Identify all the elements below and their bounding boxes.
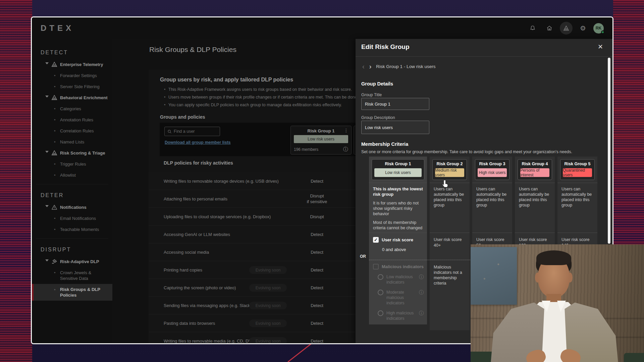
radio-icon[interactable] — [378, 310, 383, 316]
risk-group-5-header-card[interactable]: Risk Group 5 Quarantined users — [560, 159, 595, 180]
diagonal-stripes-icon — [51, 259, 57, 264]
sidebar-item-risk-scoring-triage[interactable]: Risk Scoring & Triage — [32, 147, 112, 159]
risk-group-1-header-card[interactable]: Risk Group 1 Low risk users — [372, 159, 424, 180]
risk-level-pill: Quarantined users — [563, 168, 592, 177]
risk-group-card-1[interactable]: Risk Group 1 ⋮ Low risk users 196 member… — [290, 126, 352, 155]
sidebar-item-allowlist[interactable]: Allowlist — [32, 170, 112, 181]
sidebar-item-enterprise-telemetry[interactable]: Enterprise Telemetry — [32, 59, 112, 70]
policy-action-group1[interactable]: Disruptif sensitive — [295, 190, 339, 207]
sidebar-item-categories[interactable]: Categories — [32, 103, 112, 114]
dlp-policies-heading: DLP policies for risky activities — [164, 160, 233, 166]
policy-action-group1[interactable]: Detect — [295, 261, 339, 279]
find-user-search[interactable] — [164, 127, 220, 136]
sidebar-section-detect: DETECT — [32, 45, 112, 59]
membership-criteria-subtitle: Set one or more criteria for group membe… — [361, 149, 596, 154]
sidebar-item-crown-jewels[interactable]: Crown Jewels & Sensitive Data — [32, 267, 112, 284]
policy-action-group1[interactable]: Disrupt — [295, 208, 339, 225]
chevron-right-icon[interactable]: › — [369, 63, 372, 70]
group2-score-criterion: User risk score 40+ — [430, 233, 470, 260]
membership-criteria-heading: Membership Criteria — [361, 141, 408, 147]
sidebar-item-server-side-filtering[interactable]: Server Side Filtering — [32, 81, 112, 92]
user-risk-score-checkbox[interactable]: ✓ — [373, 237, 379, 243]
user-risk-score-label: User risk score — [382, 237, 413, 243]
risk-group-2-header-card[interactable]: Risk Group 2 Medium risk users — [432, 159, 467, 180]
close-icon[interactable]: ✕ — [598, 43, 603, 51]
sidebar-item-annotation-rules[interactable]: Annotation Rules — [32, 114, 112, 125]
group-description-label: Group Description — [361, 115, 395, 120]
search-input[interactable] — [174, 129, 217, 134]
sidebar-item-risk-groups-dlp-policies[interactable]: Risk Groups & DLP Policies — [32, 284, 112, 301]
group4-description: Users can automatically be placed into t… — [515, 183, 555, 233]
collapse-caret-icon[interactable] — [45, 62, 49, 64]
policy-name: Uploading files to cloud storage service… — [164, 208, 271, 225]
sidebar-item-notifications[interactable]: Notifications — [32, 202, 112, 213]
sidebar-item-correlation-rules[interactable]: Correlation Rules — [32, 125, 112, 136]
sidebar-item-risk-adaptive-dlp[interactable]: Risk-Adaptive DLP — [32, 256, 112, 267]
policy-action-group1[interactable]: Detect — [295, 279, 339, 296]
collapse-caret-icon[interactable] — [45, 96, 49, 98]
online-status-dot — [601, 31, 604, 34]
radio-low-malicious[interactable]: Low malicious indicators ⓘ — [378, 274, 424, 285]
sidebar-item-forwarder-settings[interactable]: Forwarder Settings — [32, 70, 112, 81]
evolving-soon-chip: Evolving soon — [249, 319, 287, 327]
sidebar-item-named-lists[interactable]: Named Lists — [32, 136, 112, 147]
policy-name: Sending files via messaging apps (e.g. S… — [164, 297, 252, 314]
risk-level-pill: Low risk users — [294, 135, 348, 143]
policy-action-group1[interactable]: Detect — [295, 243, 339, 261]
chevron-left-icon[interactable]: ‹ — [362, 63, 365, 70]
policy-action-group1[interactable]: Detect — [295, 297, 339, 314]
sidebar-item-trigger-rules[interactable]: Trigger Rules — [32, 159, 112, 170]
glitch-band-left — [0, 0, 32, 362]
info-icon[interactable]: ⓘ — [419, 274, 424, 280]
notifications-bell-icon[interactable] — [526, 22, 539, 35]
breadcrumb: ‹ › Risk Group 1 - Low risk users — [362, 63, 435, 70]
group-title-input[interactable] — [361, 98, 429, 110]
dtex-logo: DTEX — [41, 23, 74, 33]
policy-name: Capturing the screen (photo or video) — [164, 279, 236, 296]
presenter-video-overlay — [471, 244, 644, 362]
download-group-lists-link[interactable]: Download all group member lists — [165, 140, 231, 145]
criteria-column-risk-group-1: Risk Group 1 Low risk users This is alwa… — [369, 157, 427, 324]
risk-level-pill: Persons of interest — [520, 168, 549, 177]
policy-action-group1[interactable]: Detect — [295, 172, 339, 190]
sidebar-item-behavioral-enrichment[interactable]: Behavioral Enrichment — [32, 92, 112, 103]
wall-picture — [471, 247, 517, 305]
sidebar-item-teachable-moments[interactable]: Teachable Moments — [32, 224, 112, 235]
info-icon[interactable]: ⓘ — [343, 146, 348, 153]
warning-triangle-icon — [51, 204, 57, 210]
settings-gear-icon[interactable]: ⚙ — [577, 22, 589, 35]
risk-group-4-header-card[interactable]: Risk Group 4 Persons of interest — [518, 159, 552, 180]
group-description-input[interactable] — [361, 121, 429, 134]
sidebar-item-email-notifications[interactable]: Email Notifications — [32, 213, 112, 224]
policy-action-group1[interactable]: Detect — [295, 314, 339, 332]
sidebar-divider — [36, 238, 108, 239]
risk-level-pill: High risk users — [478, 168, 507, 177]
policy-action-group1[interactable]: Detect — [295, 332, 339, 344]
info-icon[interactable]: ⓘ — [419, 290, 424, 296]
risk-group-3-header-card[interactable]: Risk Group 3 High risk users — [475, 159, 509, 180]
pyramid-nav-icon[interactable] — [560, 22, 573, 35]
kebab-menu-icon[interactable]: ⋮ — [344, 128, 348, 133]
hand-cursor — [442, 179, 450, 190]
evolving-soon-chip: Evolving soon — [249, 284, 287, 292]
group1-description: This is always the lowest risk group It … — [369, 183, 427, 233]
sidebar-section-disrupt: DISRUPT — [32, 242, 112, 256]
malicious-indicators-checkbox[interactable] — [373, 264, 379, 269]
radio-moderate-malicious[interactable]: Moderate malicious indicators ⓘ — [378, 290, 424, 306]
sidebar-divider — [36, 184, 108, 184]
collapse-caret-icon[interactable] — [45, 151, 49, 153]
group2-malicious-note: Malicious indicators not a membership cr… — [430, 260, 470, 286]
radio-icon[interactable] — [378, 290, 383, 295]
collapse-caret-icon[interactable] — [45, 259, 49, 261]
info-icon[interactable]: ⓘ — [419, 310, 424, 316]
home-icon[interactable] — [543, 22, 556, 35]
policy-action-group1[interactable]: Detect — [295, 226, 339, 243]
collapse-caret-icon[interactable] — [45, 205, 49, 207]
group-title-label: Group Title — [361, 93, 382, 97]
sidebar: DETECT Enterprise Telemetry Forwarder Se… — [32, 39, 112, 343]
panel-scrollbar[interactable] — [608, 58, 610, 244]
policy-name: Printing hard copies — [164, 261, 202, 279]
radio-icon[interactable] — [378, 274, 383, 280]
user-avatar[interactable]: RK — [593, 23, 604, 34]
radio-high-malicious[interactable]: High malicious indicators ⓘ — [378, 310, 424, 321]
